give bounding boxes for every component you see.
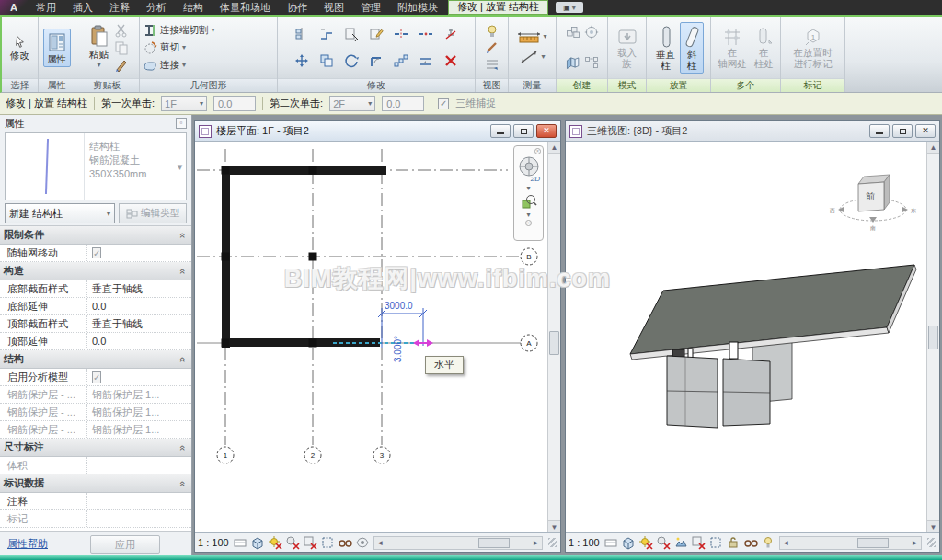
create-group-icon[interactable] xyxy=(566,25,580,40)
split-with-gap-icon[interactable] xyxy=(419,27,433,41)
scroll-left-icon[interactable]: ◄ xyxy=(374,539,386,547)
measure-button[interactable]: ▾ xyxy=(517,30,546,43)
panel-label-geometry[interactable]: 几何图形 xyxy=(140,78,277,92)
linework-icon[interactable] xyxy=(485,40,500,55)
shadows-off-icon[interactable] xyxy=(656,535,671,550)
panel-label-create[interactable]: 创建 xyxy=(557,78,607,92)
tab-home[interactable]: 常用 xyxy=(28,0,64,15)
panel-label-multiple[interactable]: 多个 xyxy=(711,78,780,92)
trim-icon[interactable] xyxy=(369,53,384,68)
wall-top[interactable] xyxy=(222,166,386,175)
at-grids-button[interactable]: 在 轴网处 xyxy=(715,24,750,72)
chevron-down-icon[interactable]: ▾ xyxy=(526,184,530,192)
beam-end-cut-button[interactable]: 连接端切割 ▾ xyxy=(143,22,215,39)
property-row[interactable]: 注释 xyxy=(0,493,191,510)
apply-button[interactable]: 应用 xyxy=(90,535,160,554)
modify-button[interactable]: 修改 xyxy=(7,32,32,63)
property-row[interactable]: 体积 xyxy=(0,457,191,474)
type-selector[interactable]: 结构柱 钢筋混凝土 350X350mm ▾ xyxy=(5,132,187,200)
zoom-region-icon[interactable] xyxy=(521,193,537,210)
chevron-down-icon[interactable]: ▾ xyxy=(174,133,186,200)
create-similar-icon[interactable] xyxy=(584,25,599,40)
plan-window-titlebar[interactable]: 楼层平面: 1F - 项目2 ✕ xyxy=(195,121,560,142)
create-parts-icon[interactable] xyxy=(584,55,599,70)
tab-massing-site[interactable]: 体量和场地 xyxy=(212,0,279,15)
panel-label-mode[interactable]: 模式 xyxy=(608,78,646,92)
crop-off-icon[interactable] xyxy=(691,535,706,550)
filter-select[interactable]: 新建 结构柱▾ xyxy=(5,203,115,223)
visual-style-icon[interactable] xyxy=(250,535,265,550)
plan-vertical-scrollbar[interactable]: ▲ ▼ xyxy=(547,142,560,532)
analytical-model-icon[interactable] xyxy=(761,535,775,550)
tab-addins[interactable]: 附加模块 xyxy=(389,0,446,15)
minimize-button[interactable] xyxy=(490,124,511,138)
section-header[interactable]: 标识数据« xyxy=(0,474,191,493)
ribbon-display-toggle[interactable]: ▣▾ xyxy=(556,2,583,13)
tag-on-placement-button[interactable]: 1 在放置时 进行标记 xyxy=(791,24,835,72)
properties-button[interactable]: 属性 xyxy=(43,29,71,67)
tab-modify-place-structural-column[interactable]: 修改 | 放置 结构柱 xyxy=(448,0,548,15)
split-element-icon[interactable] xyxy=(394,27,408,41)
property-row[interactable]: 启用分析模型✓ xyxy=(0,369,191,386)
rendering-icon[interactable] xyxy=(673,535,688,550)
scroll-thumb[interactable] xyxy=(928,326,938,349)
resize-grip[interactable] xyxy=(927,538,936,547)
load-family-button[interactable]: 载入 族 xyxy=(614,24,641,72)
shadows-off-icon[interactable] xyxy=(285,535,300,550)
match-type-icon[interactable] xyxy=(114,58,129,73)
second-level-select[interactable]: 2F▾ xyxy=(329,96,375,111)
second-offset-input[interactable]: 0.0 xyxy=(382,96,424,111)
panel-label-measure[interactable]: 测量 xyxy=(509,78,556,92)
thin-lines-icon[interactable] xyxy=(485,57,500,72)
column-post[interactable] xyxy=(729,342,738,359)
reveal-hidden-icon[interactable] xyxy=(338,535,352,550)
plan-scale[interactable]: 1 : 100 xyxy=(198,537,229,548)
3d-snap-checkbox[interactable]: ✓ xyxy=(438,98,449,109)
plan-horizontal-scrollbar[interactable]: ◄ ► xyxy=(373,536,543,550)
walls[interactable] xyxy=(222,166,386,348)
property-row[interactable]: 随轴网移动✓ xyxy=(0,245,191,262)
rotate-icon[interactable] xyxy=(344,53,359,68)
wall-bottom[interactable] xyxy=(222,338,380,347)
panel-label-select[interactable]: 选择 xyxy=(2,78,38,92)
cut-profile-icon[interactable] xyxy=(344,27,359,41)
3d-canvas[interactable]: 西 东 南 前 xyxy=(566,142,939,532)
tab-collaborate[interactable]: 协作 xyxy=(279,0,316,15)
offset-icon[interactable] xyxy=(419,53,433,68)
scroll-up-icon[interactable]: ▲ xyxy=(548,142,560,154)
dimension-angle[interactable]: 3.000° xyxy=(393,336,403,362)
panel-label-view[interactable]: 视图 xyxy=(476,78,508,92)
copy-element-icon[interactable] xyxy=(319,53,334,68)
reveal-hidden-icon[interactable] xyxy=(743,535,758,550)
tab-manage[interactable]: 管理 xyxy=(352,0,389,15)
section-header[interactable]: 构造« xyxy=(0,262,191,280)
tab-analyze[interactable]: 分析 xyxy=(138,0,175,15)
lightbulb-icon[interactable] xyxy=(485,24,500,39)
edit-type-button[interactable]: 编辑类型 xyxy=(119,203,187,223)
property-row[interactable]: 顶部延伸0.0 xyxy=(0,333,191,350)
properties-help-link[interactable]: 属性帮助 xyxy=(7,537,48,551)
panel-label-tag[interactable]: 标记 xyxy=(781,78,844,92)
restore-button[interactable] xyxy=(513,124,534,138)
property-row[interactable]: 钢筋保护层 - ...钢筋保护层 1... xyxy=(0,404,191,421)
section-header[interactable]: 结构« xyxy=(0,350,191,369)
dimension-value[interactable]: 3000.0 xyxy=(385,301,413,311)
cut-icon[interactable] xyxy=(114,23,129,38)
navbar-close-icon[interactable]: × xyxy=(534,148,541,154)
section-header[interactable]: 尺寸标注« xyxy=(0,439,191,457)
revit-logo[interactable]: A xyxy=(0,0,28,15)
panel-label-modify[interactable]: 修改 xyxy=(278,78,475,92)
copy-icon[interactable] xyxy=(114,40,129,55)
array-icon[interactable] xyxy=(394,53,408,68)
panel-label-properties[interactable]: 属性 xyxy=(39,78,75,92)
scroll-up-icon[interactable]: ▲ xyxy=(927,142,939,154)
property-row[interactable]: 钢筋保护层 - ...钢筋保护层 1... xyxy=(0,421,191,439)
first-offset-input[interactable]: 0.0 xyxy=(213,96,256,111)
detail-level-icon[interactable] xyxy=(603,535,618,550)
tab-view[interactable]: 视图 xyxy=(316,0,352,15)
property-row[interactable]: 底部延伸0.0 xyxy=(0,298,191,315)
create-assembly-icon[interactable] xyxy=(566,55,580,70)
scroll-thumb[interactable] xyxy=(857,538,889,548)
scroll-down-icon[interactable]: ▼ xyxy=(548,520,560,532)
plan-canvas[interactable]: 1 2 3 B A xyxy=(195,142,560,532)
